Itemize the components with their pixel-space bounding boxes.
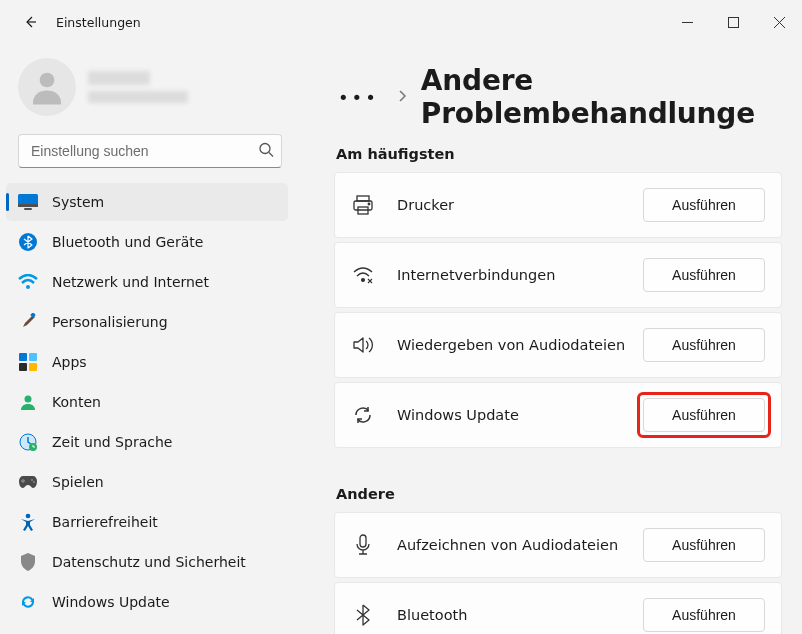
bluetooth-outline-icon xyxy=(351,603,375,627)
run-button[interactable]: Ausführen xyxy=(643,328,765,362)
page-title: Andere Problembehandlunge xyxy=(421,64,782,130)
highlight-annotation: Ausführen xyxy=(637,392,771,438)
shield-icon xyxy=(18,552,38,572)
svg-point-16 xyxy=(31,479,33,481)
svg-rect-5 xyxy=(24,208,32,210)
troubleshooter-audio-record: Aufzeichnen von Audiodateien Ausführen xyxy=(334,512,782,578)
brush-icon xyxy=(18,312,38,332)
troubleshooter-audio-playback: Wiedergeben von Audiodateien Ausführen xyxy=(334,312,782,378)
svg-point-18 xyxy=(26,514,31,519)
maximize-button[interactable] xyxy=(710,6,756,38)
close-button[interactable] xyxy=(756,6,802,38)
nav-list: System Bluetooth und Geräte Netzwerk und… xyxy=(0,182,300,622)
breadcrumb-ellipsis[interactable]: ••• xyxy=(334,87,383,108)
sidebar-item-label: System xyxy=(52,194,104,210)
svg-rect-20 xyxy=(354,201,372,210)
sync-icon xyxy=(351,403,375,427)
svg-point-17 xyxy=(33,481,35,483)
svg-point-13 xyxy=(25,396,32,403)
sidebar-item-label: Netzwerk und Internet xyxy=(52,274,209,290)
sidebar-item-label: Bluetooth und Geräte xyxy=(52,234,203,250)
sidebar-item-label: Windows Update xyxy=(52,594,170,610)
back-button[interactable] xyxy=(12,4,48,40)
window-title: Einstellungen xyxy=(56,15,141,30)
troubleshooter-label: Bluetooth xyxy=(397,607,643,623)
run-button[interactable]: Ausführen xyxy=(643,258,765,292)
sidebar-item-privacy[interactable]: Datenschutz und Sicherheit xyxy=(6,543,288,581)
sidebar-item-time-language[interactable]: Zeit und Sprache xyxy=(6,423,288,461)
search-icon xyxy=(258,142,274,161)
sidebar-item-system[interactable]: System xyxy=(6,183,288,221)
minimize-button[interactable] xyxy=(664,6,710,38)
troubleshooter-label: Drucker xyxy=(397,197,643,213)
svg-point-7 xyxy=(26,285,30,289)
apps-icon xyxy=(18,352,38,372)
run-button[interactable]: Ausführen xyxy=(643,188,765,222)
sidebar-item-apps[interactable]: Apps xyxy=(6,343,288,381)
search-box xyxy=(18,134,282,168)
troubleshooter-label: Internetverbindungen xyxy=(397,267,643,283)
body: System Bluetooth und Geräte Netzwerk und… xyxy=(0,44,802,634)
troubleshooter-label: Wiedergeben von Audiodateien xyxy=(397,337,643,353)
svg-rect-11 xyxy=(19,363,27,371)
sidebar-item-label: Zeit und Sprache xyxy=(52,434,172,450)
sidebar-item-bluetooth[interactable]: Bluetooth und Geräte xyxy=(6,223,288,261)
troubleshooter-windows-update: Windows Update Ausführen xyxy=(334,382,782,448)
printer-icon xyxy=(351,193,375,217)
sidebar-item-accessibility[interactable]: Barrierefreiheit xyxy=(6,503,288,541)
accessibility-icon xyxy=(18,512,38,532)
svg-point-2 xyxy=(260,144,270,154)
main-content: ••• Andere Problembehandlunge Am häufigs… xyxy=(300,44,802,634)
account-text xyxy=(88,71,188,103)
wifi-nav-icon xyxy=(351,263,375,287)
window-controls xyxy=(664,6,802,38)
svg-point-1 xyxy=(40,73,55,88)
breadcrumb: ••• Andere Problembehandlunge xyxy=(334,64,782,130)
gamepad-icon xyxy=(18,472,38,492)
settings-window: Einstellungen xyxy=(0,0,802,634)
clock-icon xyxy=(18,432,38,452)
svg-rect-19 xyxy=(357,196,369,201)
volume-icon xyxy=(351,333,375,357)
sidebar-item-windows-update[interactable]: Windows Update xyxy=(6,583,288,621)
titlebar: Einstellungen xyxy=(0,0,802,44)
run-button[interactable]: Ausführen xyxy=(643,398,765,432)
troubleshooter-label: Windows Update xyxy=(397,407,643,423)
troubleshooter-internet: Internetverbindungen Ausführen xyxy=(334,242,782,308)
troubleshooter-label: Aufzeichnen von Audiodateien xyxy=(397,537,643,553)
svg-rect-24 xyxy=(360,535,366,547)
close-icon xyxy=(774,17,785,28)
sidebar-item-accounts[interactable]: Konten xyxy=(6,383,288,421)
troubleshooter-printer: Drucker Ausführen xyxy=(334,172,782,238)
search-input[interactable] xyxy=(18,134,282,168)
sidebar-item-label: Apps xyxy=(52,354,87,370)
sidebar-item-label: Konten xyxy=(52,394,101,410)
section-title-frequent: Am häufigsten xyxy=(336,146,782,162)
run-button[interactable]: Ausführen xyxy=(643,528,765,562)
sidebar-item-label: Spielen xyxy=(52,474,104,490)
update-icon xyxy=(18,592,38,612)
sidebar-item-gaming[interactable]: Spielen xyxy=(6,463,288,501)
svg-point-23 xyxy=(362,279,365,282)
sidebar-item-personalization[interactable]: Personalisierung xyxy=(6,303,288,341)
person-icon xyxy=(26,66,68,108)
sidebar-item-label: Personalisierung xyxy=(52,314,168,330)
account-name-redacted xyxy=(88,71,150,85)
svg-rect-0 xyxy=(728,17,738,27)
troubleshooter-bluetooth: Bluetooth Ausführen xyxy=(334,582,782,634)
minimize-icon xyxy=(682,17,693,28)
svg-rect-10 xyxy=(29,353,37,361)
svg-rect-9 xyxy=(19,353,27,361)
wifi-icon xyxy=(18,272,38,292)
mic-icon xyxy=(351,533,375,557)
sidebar-item-label: Datenschutz und Sicherheit xyxy=(52,554,246,570)
back-arrow-icon xyxy=(22,14,38,30)
account-block[interactable] xyxy=(0,52,300,128)
maximize-icon xyxy=(728,17,739,28)
sidebar-item-label: Barrierefreiheit xyxy=(52,514,158,530)
account-email-redacted xyxy=(88,91,188,103)
run-button[interactable]: Ausführen xyxy=(643,598,765,632)
svg-rect-4 xyxy=(18,204,38,207)
sidebar-item-network[interactable]: Netzwerk und Internet xyxy=(6,263,288,301)
svg-point-22 xyxy=(368,203,370,205)
